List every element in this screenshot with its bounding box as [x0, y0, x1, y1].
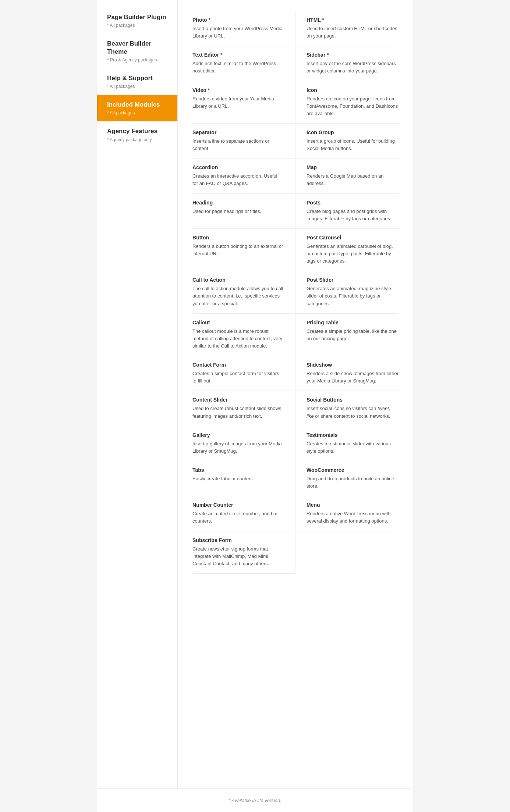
sidebar-item-subtitle: * Agency package only [107, 137, 169, 142]
main-content: Photo *Insert a photo from your WordPres… [178, 0, 413, 788]
sidebar: Page Builder Plugin* All packagesBeaver … [97, 0, 178, 788]
module-item: Contact FormCreates a simple contact for… [192, 356, 295, 391]
module-item: SeparatorInserts a line to separate sect… [192, 124, 295, 159]
module-item: HeadingUsed for page headings or titles. [192, 194, 295, 229]
module-title: Text Editor * [192, 52, 284, 58]
module-desc: Creates an interactive accordion. Useful… [192, 172, 284, 187]
sidebar-item-page-builder-plugin[interactable]: Page Builder Plugin* All packages [97, 7, 177, 34]
content-area: Page Builder Plugin* All packagesBeaver … [97, 0, 413, 788]
sidebar-item-beaver-builder-theme[interactable]: Beaver Builder Theme* Pro & Agency packa… [97, 34, 177, 68]
module-desc: Renders a video from your Your Media Lib… [192, 95, 284, 110]
module-item: Video *Renders a video from your Your Me… [192, 81, 295, 124]
module-item: HTML *Used to insert custom HTML or shor… [295, 11, 399, 46]
sidebar-item-agency-features[interactable]: Agency Features* Agency package only [97, 121, 177, 148]
module-desc: Renders a button pointing to an external… [192, 243, 284, 257]
module-desc: Renders a native WordPress menu with sev… [307, 510, 399, 525]
module-title: Call to Action [192, 277, 284, 283]
module-desc: Used for page headings or titles. [192, 208, 284, 215]
module-desc: Drag and drop products to build an onlin… [307, 475, 399, 490]
module-title: Video * [192, 87, 284, 93]
sidebar-item-title: Included Modules [107, 101, 169, 109]
module-item: CalloutThe callout module is a more robu… [192, 314, 295, 356]
sidebar-item-subtitle: * All packages [107, 84, 169, 89]
module-item: Content SliderUsed to create robust cont… [192, 391, 295, 426]
module-item: Post SliderGenerates an animated, magazi… [295, 271, 399, 313]
module-desc: Inserts a line to separate sections or c… [192, 138, 284, 152]
module-desc: Insert a gallery of images from your Med… [192, 440, 284, 455]
module-item: Subscribe FormCreate newsletter signup f… [192, 531, 295, 574]
module-desc: The callout module is a more robust meth… [192, 328, 284, 350]
module-item: Icon GroupInsert a group of icons. Usefu… [295, 124, 399, 159]
module-item: Photo *Insert a photo from your WordPres… [192, 11, 295, 46]
module-item: Text Editor *Adds rich text, similar to … [192, 46, 295, 81]
sidebar-item-title: Agency Features [107, 127, 169, 135]
module-desc: Adds rich text, similar to the WordPress… [192, 60, 284, 75]
module-title: Post Carousel [307, 235, 399, 241]
module-title: Map [307, 164, 399, 170]
sidebar-item-help-support[interactable]: Help & Support* All packages [97, 68, 177, 95]
module-item: AccordionCreates an interactive accordio… [192, 159, 295, 193]
module-item: Call to ActionThe call to action module … [192, 271, 295, 313]
module-item: IconRenders an icon on your page. Icons … [295, 81, 399, 124]
module-title: Callout [192, 320, 284, 325]
module-title: Pricing Table [307, 320, 399, 325]
module-item: Post CarouselGenerates an animated carou… [295, 229, 399, 271]
module-desc: Used to create robust content slide show… [192, 405, 284, 420]
module-desc: Renders a slide show of images from eith… [307, 370, 399, 385]
module-desc: Renders an icon on your page. Icons from… [307, 95, 399, 117]
module-item: Number CounterCreate animated circle, nu… [192, 496, 295, 531]
sidebar-item-title: Beaver Builder Theme [107, 40, 169, 56]
module-title: Icon Group [307, 129, 399, 135]
module-desc: Creates a simple contact form for visito… [192, 370, 284, 385]
sidebar-item-subtitle: * All packages [107, 23, 169, 28]
module-title: Icon [307, 87, 399, 93]
module-title: Tabs [192, 467, 284, 473]
module-item: WooCommerceDrag and drop products to bui… [295, 461, 399, 496]
module-desc: Create newsletter signup forms that inte… [192, 545, 284, 567]
module-title: Subscribe Form [192, 537, 284, 543]
page-wrapper: Page Builder Plugin* All packagesBeaver … [97, 0, 413, 812]
module-desc: Insert social icons so visitors can twee… [307, 405, 399, 420]
footer: * Available in lite version. [97, 788, 413, 812]
sidebar-item-subtitle: * Pro & Agency packages [107, 57, 169, 63]
sidebar-item-title: Page Builder Plugin [107, 13, 169, 21]
module-item: Pricing TableCreates a simple pricing ta… [295, 314, 399, 356]
module-desc: Used to insert custom HTML or shortcodes… [307, 25, 399, 40]
module-desc: Insert a group of icons. Useful for buil… [307, 138, 399, 152]
module-title: Menu [307, 502, 399, 508]
module-desc: Creates a simple pricing table, like the… [307, 328, 399, 342]
module-item: PostsCreate blog pages and post grids wi… [295, 194, 399, 229]
module-title: Social Buttons [307, 397, 399, 403]
module-desc: Create animated circle, number, and bar … [192, 510, 284, 525]
module-item: ButtonRenders a button pointing to an ex… [192, 229, 295, 271]
modules-grid: Photo *Insert a photo from your WordPres… [192, 11, 399, 574]
footer-note: * Available in lite version. [229, 798, 281, 803]
module-desc: Generates an animated carousel of blog, … [307, 243, 399, 265]
module-item: TestimonialsCreates a testimonial slider… [295, 426, 399, 461]
module-item: GalleryInsert a gallery of images from y… [192, 426, 295, 461]
module-title: Posts [307, 200, 399, 206]
sidebar-item-subtitle: * All packages [107, 110, 169, 115]
module-desc: Creates a testimonial slider with variou… [307, 440, 399, 455]
module-desc: Easily create tabular content. [192, 475, 284, 482]
module-desc: Generates an animated, magazine style sl… [307, 285, 399, 307]
module-title: Content Slider [192, 397, 284, 403]
module-title: Button [192, 235, 284, 241]
module-title: Gallery [192, 432, 284, 438]
module-title: WooCommerce [307, 467, 399, 473]
module-desc: Create blog pages and post grids with im… [307, 208, 399, 222]
module-title: Slideshow [307, 362, 399, 368]
module-title: Post Slider [307, 277, 399, 283]
sidebar-item-title: Help & Support [107, 74, 169, 82]
module-title: Separator [192, 129, 284, 135]
module-title: HTML * [307, 17, 399, 23]
sidebar-item-included-modules[interactable]: Included Modules* All packages [97, 95, 177, 121]
module-title: Accordion [192, 164, 284, 170]
module-item: TabsEasily create tabular content. [192, 461, 295, 496]
module-item: Sidebar *Insert any of the core WordPres… [295, 46, 399, 81]
module-title: Contact Form [192, 362, 284, 368]
module-item: MapRenders a Google Map based on an addr… [295, 159, 399, 193]
module-title: Number Counter [192, 502, 284, 508]
module-title: Photo * [192, 17, 284, 23]
module-desc: Renders a Google Map based on an address… [307, 172, 399, 187]
